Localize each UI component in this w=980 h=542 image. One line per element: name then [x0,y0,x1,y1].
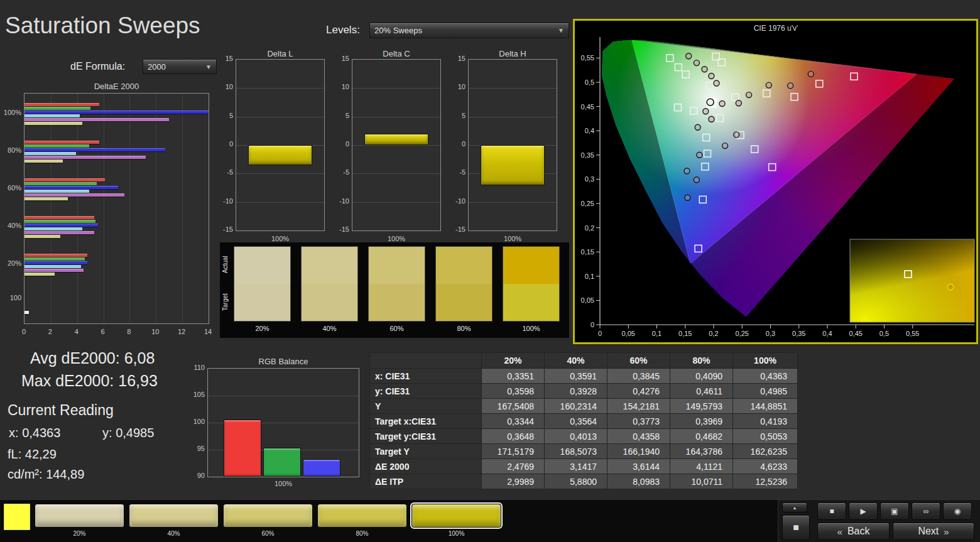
axis-tick-label: 60% [3,184,21,192]
axis-tick-label: 4 [70,328,83,335]
level-swatch-60%[interactable] [223,504,313,528]
de-bar-green [24,257,85,261]
eject-button[interactable]: ▴ [782,502,807,512]
de-bar-magenta [24,269,84,272]
axis-tick-label: 0 [450,140,466,148]
measured-marker [685,195,690,200]
table-row-label: y: CIE31 [370,384,482,399]
gridline [236,173,324,174]
page-title: Saturation Sweeps [5,13,200,39]
cie-y-tick: 0,5 [585,79,594,86]
table-cell: 3,6144 [607,459,670,474]
cie-y-tick: 0,35 [581,151,594,159]
de-bar-cyan [24,190,89,193]
measured-marker [686,53,692,59]
rgb-bar-blue [303,459,340,477]
level-swatch-label: 20% [35,530,124,537]
cie-inset-zoom [850,239,974,322]
table-cell: 0,3344 [482,414,545,429]
level-swatch-80%[interactable] [317,504,407,528]
back-button[interactable]: « Back [817,523,890,540]
level-swatch-40%[interactable] [129,504,219,528]
delta-l-chart: Delta L 100% 151050-5-10-15 [218,49,329,245]
table-cell: 0,3969 [670,414,733,429]
cie-y-tick: 0,1 [585,273,594,280]
delta-c-plot [352,59,441,231]
axis-tick-label: 80% [3,146,21,154]
record-button[interactable]: ◉ [943,502,972,520]
current-x-value: 0,4363 [22,426,60,440]
axis-tick-label: -10 [334,197,349,205]
measured-marker [808,71,814,77]
bottom-toolbar: 20%40%60%80%100% ▴ ■ « Back Next » ■▶▣∞◉ [0,499,980,542]
cie-x-tick: 0,1 [652,330,662,337]
gridline [469,117,557,117]
table-row-label: x: CIE31 [370,369,482,384]
measured-marker [703,109,709,114]
axis-tick-label: 0 [18,328,30,335]
measured-marker [736,100,741,106]
next-button[interactable]: Next » [893,523,974,540]
level-swatch-20%[interactable] [35,504,124,528]
table-cell: 0,3598 [482,384,545,399]
levels-label: Levels: [326,24,360,36]
target-swatch [369,284,425,321]
level-swatch-label: 40% [129,530,219,537]
cie-y-tick: 0,25 [581,200,594,207]
actual-label: Actual [222,246,232,283]
swatch-strip: Actual Target 20%40%60%80%100% [220,242,569,338]
axis-tick-label: -10 [450,197,466,205]
rgb-balance-chart: RGB Balance 100% 1101051009590 [186,357,366,486]
table-row: Target y:CIE310,36480,40130,43580,46820,… [370,429,798,444]
delta-l-bar [248,145,312,165]
table-cell: 3,1417 [545,459,607,474]
level-swatch-100%[interactable] [411,504,501,528]
levels-dropdown[interactable]: 20% Sweeps ▼ [369,23,569,38]
de-formula-value: 2000 [148,62,166,72]
de-bar-cyan [24,265,81,268]
measured-marker [766,82,771,88]
stop-button[interactable]: ■ [817,502,846,520]
deltaE-chart-title: DeltaE 2000 [24,82,209,91]
de-bar-blue [24,111,209,114]
rgb-plot [207,368,359,477]
cie-x-tick: 0,25 [736,330,749,337]
delta-h-xlabel: 100% [468,235,557,242]
cie-svg: 00,050,10,150,20,250,30,350,40,450,50,55… [575,21,976,342]
gridline [156,94,156,323]
swatch-level-label: 60% [368,325,425,332]
stop-square-button[interactable]: ■ [782,515,810,540]
de-bar-red [24,141,99,144]
table-cell: 5,8800 [545,474,607,489]
avg-de2000: Avg dE2000: 6,08 [30,349,155,367]
de-bar-cyan [24,152,76,155]
axis-tick-label: -5 [450,168,466,176]
target-label: Target [222,284,232,320]
table-row: y: CIE310,35980,39280,42760,46110,4985 [370,384,798,399]
rgb-bar-red [224,420,261,477]
max-de2000-value: 16,93 [118,372,158,389]
measured-marker [722,143,728,149]
sample-swatch-100% [503,246,560,322]
de-formula-dropdown[interactable]: 2000 ▼ [143,59,217,74]
table-cell: 10,0711 [670,474,733,489]
axis-tick-label: 90 [186,472,205,479]
cie-x-tick: 0,2 [709,330,718,337]
table-cell: 168,5073 [545,444,607,459]
play-button[interactable]: ▶ [849,502,878,520]
table-row-label: Target Y [370,444,482,459]
axis-tick-label: -15 [218,225,233,233]
meter-button[interactable]: ▣ [880,502,909,520]
loop-icon: ∞ [923,507,929,516]
loop-button[interactable]: ∞ [912,502,940,520]
current-fl-label: fL: [8,447,21,461]
axis-tick-label: 100% [3,109,21,116]
table-row-label: ΔE 2000 [370,459,482,474]
de-bar-green [24,182,97,185]
de-bar-yellow [24,235,60,238]
level-swatch-label: 100% [411,530,501,537]
actual-swatch [503,247,559,284]
actual-swatch [302,247,357,284]
cie-title: CIE 1976 u'v' [754,24,798,33]
record-icon: ◉ [954,507,961,516]
